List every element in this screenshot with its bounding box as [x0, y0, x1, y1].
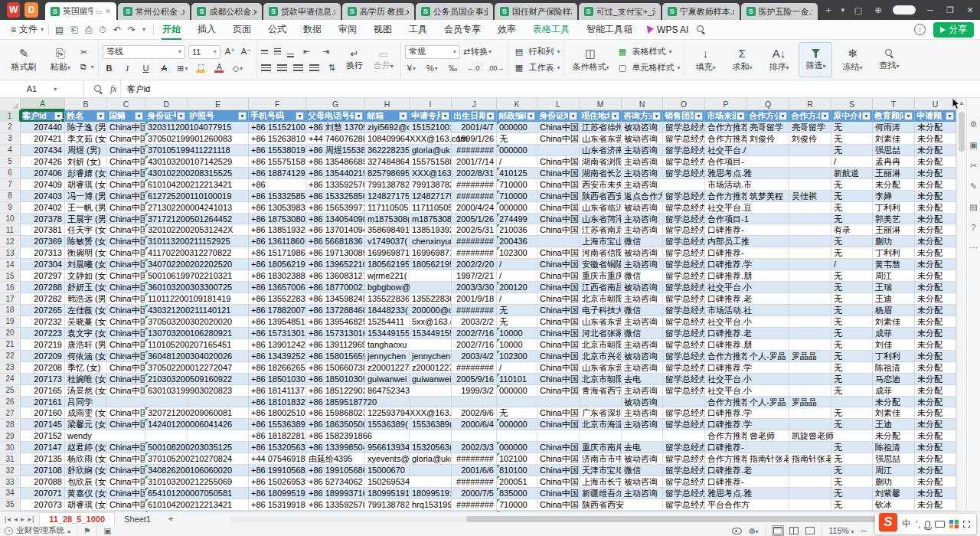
- cell-J12[interactable]: ########: [452, 236, 497, 247]
- cell-P29[interactable]: 合作方推荐: [705, 430, 747, 442]
- cell-L32[interactable]: China中国: [537, 465, 580, 476]
- cell-Q3[interactable]: 刘俊伶: [747, 133, 789, 145]
- cell-M18[interactable]: 电子科技大: [580, 305, 622, 316]
- cell-S15[interactable]: 无: [831, 270, 873, 282]
- row-number[interactable]: 3: [0, 133, 21, 145]
- filter-dropdown-button[interactable]: ▼: [527, 112, 535, 120]
- cell-N18[interactable]: 微信: [622, 305, 663, 316]
- cell-F23[interactable]: +86 18266265: [249, 362, 306, 374]
- cell-U34[interactable]: 未分配: [915, 488, 956, 499]
- cell-N11[interactable]: 主动咨询: [622, 224, 663, 236]
- freeze-button[interactable]: ❄冻结▾: [835, 42, 869, 77]
- cell-I17[interactable]: 135522836: [410, 293, 452, 305]
- cell-K22[interactable]: 102300: [497, 351, 537, 362]
- cell-C10[interactable]: China中国: [107, 214, 145, 225]
- cell-A4[interactable]: 207434: [21, 145, 65, 156]
- cell-Q11[interactable]: [747, 224, 789, 236]
- cell-J21[interactable]: 2002/7/16: [452, 339, 497, 351]
- table-header-cell[interactable]: 身份证号 ▼: [145, 110, 188, 122]
- cell-C30[interactable]: China中国: [107, 442, 145, 453]
- cell-K30[interactable]: 000000: [497, 442, 537, 453]
- cell-I22[interactable]: jennychen(: [410, 351, 452, 362]
- filter-dropdown-button[interactable]: ▼: [946, 112, 954, 120]
- cell-B12[interactable]: 陈敏赟 (女): [65, 236, 107, 247]
- cell-S35[interactable]: 无: [831, 499, 873, 511]
- cell-G22[interactable]: +86 1580156591: [306, 351, 365, 362]
- cell-B16[interactable]: 舒妍玉 (女): [65, 282, 107, 293]
- filter-dropdown-button[interactable]: ▼: [652, 112, 661, 120]
- cell-S29[interactable]: [831, 430, 873, 442]
- wrap-text-button[interactable]: ↵ 换行: [341, 49, 368, 71]
- strikethrough-button[interactable]: A: [158, 62, 171, 75]
- cell-J18[interactable]: ########: [452, 305, 497, 316]
- cell-S25[interactable]: 无: [831, 385, 873, 397]
- cell-R9[interactable]: [789, 202, 831, 214]
- cell-P34[interactable]: 雅思考点.雅: [705, 488, 747, 499]
- cell-H16[interactable]: bgbgbow@: [365, 282, 410, 293]
- cell-A22[interactable]: 207209: [21, 351, 65, 362]
- cell-C22[interactable]: China中国: [107, 351, 145, 362]
- cell-I26[interactable]: [410, 397, 452, 408]
- cell-I25[interactable]: [410, 385, 452, 397]
- cell-F16[interactable]: +86 13657006: [249, 282, 306, 293]
- cell-O30[interactable]: 留学总经办: [663, 442, 705, 453]
- cell-K27[interactable]: 无: [497, 407, 537, 419]
- cell-O35[interactable]: 留学总经办: [663, 499, 705, 511]
- row-number[interactable]: 17: [0, 293, 21, 305]
- cell-U25[interactable]: 未分配: [915, 385, 956, 397]
- row-number[interactable]: 22: [0, 351, 21, 362]
- cell-L3[interactable]: China中国: [537, 133, 580, 145]
- file-tab[interactable]: S 公务员国企事业单: [416, 3, 493, 20]
- cell-B33[interactable]: 包欣辰 (女): [65, 476, 107, 488]
- cell-R34[interactable]: [789, 488, 831, 499]
- increase-font-icon[interactable]: A⁺: [224, 45, 237, 58]
- cell-D20[interactable]: 130703200106280921: [145, 328, 188, 339]
- cell-L24[interactable]: China中国: [537, 374, 580, 385]
- cell-M32[interactable]: 天津市宝坻: [580, 465, 622, 476]
- zoom-level[interactable]: 115% ▾: [829, 526, 854, 535]
- system-plugin-label[interactable]: 业财管理系统: [16, 525, 64, 536]
- cell-J4[interactable]: ########: [452, 145, 497, 156]
- cell-U18[interactable]: 未分配: [915, 305, 956, 316]
- cell-D6[interactable]: 430102200208315525: [145, 168, 188, 179]
- cell-H22[interactable]: jennychen: [365, 351, 410, 362]
- cell-L33[interactable]: China中国: [537, 476, 580, 488]
- cell-O18[interactable]: 留学总经办: [663, 305, 705, 316]
- cell-S20[interactable]: 无: [831, 328, 873, 339]
- cell-H7[interactable]: 799138782: [365, 179, 410, 191]
- table-header-cell[interactable]: 父母电话号码 ▼: [306, 110, 365, 122]
- cell-S5[interactable]: /: [831, 156, 873, 168]
- cell-K4[interactable]: 000000: [497, 145, 537, 156]
- cell-M22[interactable]: 北京市兴谷: [580, 351, 622, 362]
- cell-I12[interactable]: chenxinyur: [410, 236, 452, 247]
- cell-T15[interactable]: 周江: [873, 270, 915, 282]
- cell-U35[interactable]: 未分配: [915, 499, 956, 511]
- cell-F25[interactable]: +86 18141137: [249, 385, 306, 397]
- cell-O26[interactable]: [663, 397, 705, 408]
- cell-S32[interactable]: 无: [831, 465, 873, 476]
- cell-H28[interactable]: 15536389(: [365, 419, 410, 430]
- cell-M31[interactable]: 济南市市中: [580, 453, 622, 465]
- cell-G10[interactable]: +86 1340540988: [306, 214, 365, 225]
- cell-H30[interactable]: 956613934: [365, 442, 410, 453]
- cell-G31[interactable]: 由延给4395: [306, 453, 365, 465]
- cell-L26[interactable]: [537, 397, 580, 408]
- percent-format-icon[interactable]: %▾: [426, 62, 439, 75]
- cell-H3[interactable]: 108409964XXX@163.com: [365, 133, 410, 145]
- cell-P36[interactable]: 合作方推荐: [705, 511, 747, 511]
- cell-A19[interactable]: 207232: [21, 316, 65, 328]
- cell-J35[interactable]: ########: [452, 499, 497, 511]
- ime-chinese-mode-icon[interactable]: 中: [902, 518, 911, 531]
- column-header-M[interactable]: M: [580, 98, 622, 110]
- cell-R31[interactable]: 指南针张老师: [789, 453, 831, 465]
- cell-A32[interactable]: 207108: [21, 465, 65, 476]
- filter-dropdown-button[interactable]: ▼: [54, 112, 63, 120]
- cell-F32[interactable]: +86 19910568: [249, 465, 306, 476]
- cell-N35[interactable]: [622, 499, 663, 511]
- cell-D18[interactable]: 430321200211140121: [145, 305, 188, 316]
- cell-C18[interactable]: China中国: [107, 305, 145, 316]
- find-button[interactable]: 查找▾: [872, 42, 906, 77]
- cell-A14[interactable]: 207304: [21, 259, 65, 270]
- cut-button[interactable]: ✂: [80, 47, 94, 57]
- cell-L35[interactable]: China中国: [537, 499, 580, 511]
